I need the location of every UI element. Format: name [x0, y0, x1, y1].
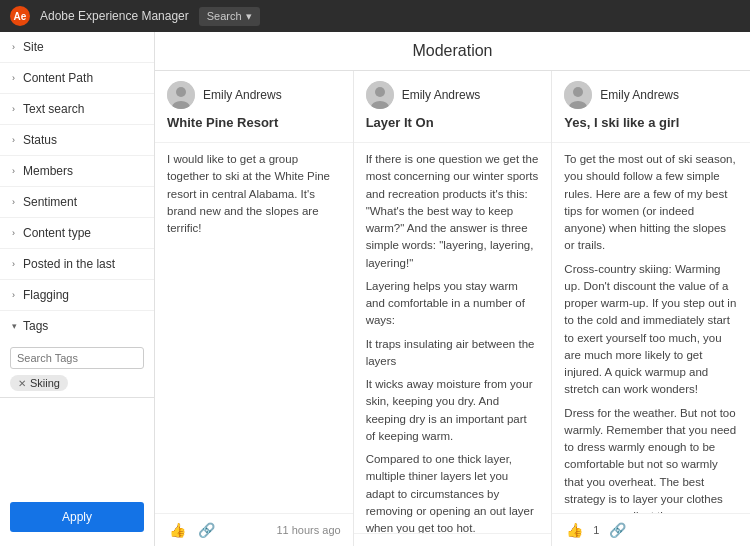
avatar	[366, 81, 394, 109]
top-bar: Ae Adobe Experience Manager Search ▾	[0, 0, 750, 32]
main-layout: ›Site›Content Path›Text search›Status›Me…	[0, 32, 750, 546]
svg-point-1	[176, 87, 186, 97]
card-body-text: Compared to one thick layer, multiple th…	[366, 451, 540, 533]
card-body: I would like to get a group together to …	[155, 143, 353, 513]
tags-label: Tags	[23, 319, 48, 333]
sidebar-item-label: Status	[23, 133, 57, 147]
avatar	[167, 81, 195, 109]
chevron-right-icon: ›	[12, 228, 15, 238]
sidebar-item-posted-in-last[interactable]: ›Posted in the last	[0, 249, 154, 280]
chevron-right-icon: ›	[12, 166, 15, 176]
card-user: Emily Andrews	[167, 81, 341, 109]
post-time: 11 hours ago	[276, 524, 340, 536]
chevron-right-icon: ›	[12, 290, 15, 300]
card-footer: 👍 🔗 11 hours ago	[155, 513, 353, 546]
tag-label: Skiing	[30, 377, 60, 389]
selected-tag-badge: ✕ Skiing	[10, 375, 68, 391]
content-area: Moderation Emily Andrews White Pine Reso…	[155, 32, 750, 546]
sidebar-item-sentiment[interactable]: ›Sentiment	[0, 187, 154, 218]
svg-point-7	[573, 87, 583, 97]
card-title: Yes, I ski like a girl	[564, 115, 738, 130]
sidebar-item-members[interactable]: ›Members	[0, 156, 154, 187]
cards-area: Emily Andrews White Pine Resort I would …	[155, 71, 750, 546]
like-button[interactable]: 👍	[564, 520, 585, 540]
sidebar-item-status[interactable]: ›Status	[0, 125, 154, 156]
card-body: To get the most out of ski season, you s…	[552, 143, 750, 513]
username: Emily Andrews	[203, 88, 282, 102]
card-body-text: I would like to get a group together to …	[167, 151, 341, 237]
sidebar-item-label: Members	[23, 164, 73, 178]
search-tags-input[interactable]	[17, 352, 155, 364]
sidebar-item-label: Text search	[23, 102, 84, 116]
card-user: Emily Andrews	[366, 81, 540, 109]
chevron-down-icon: ▾	[12, 321, 17, 331]
search-chevron-icon: ▾	[246, 10, 252, 23]
tags-search-container[interactable]: ▾	[10, 347, 144, 369]
remove-tag-button[interactable]: ✕	[18, 378, 26, 389]
sidebar-item-flagging[interactable]: ›Flagging	[0, 280, 154, 311]
sidebar-item-label: Flagging	[23, 288, 69, 302]
link-button[interactable]: 🔗	[196, 520, 217, 540]
avatar	[564, 81, 592, 109]
sidebar-item-label: Content type	[23, 226, 91, 240]
like-button[interactable]: 👍	[167, 520, 188, 540]
chevron-right-icon: ›	[12, 259, 15, 269]
chevron-right-icon: ›	[12, 73, 15, 83]
card-2: Emily Andrews Layer It On If there is on…	[354, 71, 553, 546]
sidebar-item-label: Site	[23, 40, 44, 54]
search-bar[interactable]: Search ▾	[199, 7, 260, 26]
card-1: Emily Andrews White Pine Resort I would …	[155, 71, 354, 546]
link-button[interactable]: 🔗	[607, 520, 628, 540]
sidebar-item-tags[interactable]: ▾ Tags ▾ ✕ Skiing	[0, 311, 154, 398]
card-body-text: To get the most out of ski season, you s…	[564, 151, 738, 255]
sidebar-item-label: Content Path	[23, 71, 93, 85]
sidebar-item-site[interactable]: ›Site	[0, 32, 154, 63]
card-title: Layer It On	[366, 115, 540, 130]
sidebar: ›Site›Content Path›Text search›Status›Me…	[0, 32, 155, 546]
chevron-right-icon: ›	[12, 135, 15, 145]
sidebar-item-label: Posted in the last	[23, 257, 115, 271]
card-body-text: Dress for the weather. But not too warml…	[564, 405, 738, 514]
app-logo: Ae	[10, 6, 30, 26]
svg-point-4	[375, 87, 385, 97]
card-footer	[354, 533, 552, 546]
app-title: Adobe Experience Manager	[40, 9, 189, 23]
username: Emily Andrews	[600, 88, 679, 102]
chevron-right-icon: ›	[12, 197, 15, 207]
sidebar-item-text-search[interactable]: ›Text search	[0, 94, 154, 125]
username: Emily Andrews	[402, 88, 481, 102]
card-footer: 👍 1 🔗	[552, 513, 750, 546]
card-body-text: Layering helps you stay warm and comfort…	[366, 278, 540, 330]
search-label: Search	[207, 10, 242, 22]
card-body-text: It wicks away moisture from your skin, k…	[366, 376, 540, 445]
card-user: Emily Andrews	[564, 81, 738, 109]
card-header: Emily Andrews White Pine Resort	[155, 71, 353, 143]
like-count: 1	[593, 524, 599, 536]
card-body-text: If there is one question we get the most…	[366, 151, 540, 272]
sidebar-item-content-type[interactable]: ›Content type	[0, 218, 154, 249]
sidebar-item-content-path[interactable]: ›Content Path	[0, 63, 154, 94]
card-body-text: Cross-country skiing: Warming up. Don't …	[564, 261, 738, 399]
page-title: Moderation	[155, 32, 750, 71]
chevron-right-icon: ›	[12, 42, 15, 52]
card-body-text: It traps insulating air between the laye…	[366, 336, 540, 371]
card-body: If there is one question we get the most…	[354, 143, 552, 533]
card-title: White Pine Resort	[167, 115, 341, 130]
apply-button[interactable]: Apply	[10, 502, 144, 532]
card-header: Emily Andrews Yes, I ski like a girl	[552, 71, 750, 143]
card-3: Emily Andrews Yes, I ski like a girl To …	[552, 71, 750, 546]
card-header: Emily Andrews Layer It On	[354, 71, 552, 143]
sidebar-item-label: Sentiment	[23, 195, 77, 209]
chevron-right-icon: ›	[12, 104, 15, 114]
